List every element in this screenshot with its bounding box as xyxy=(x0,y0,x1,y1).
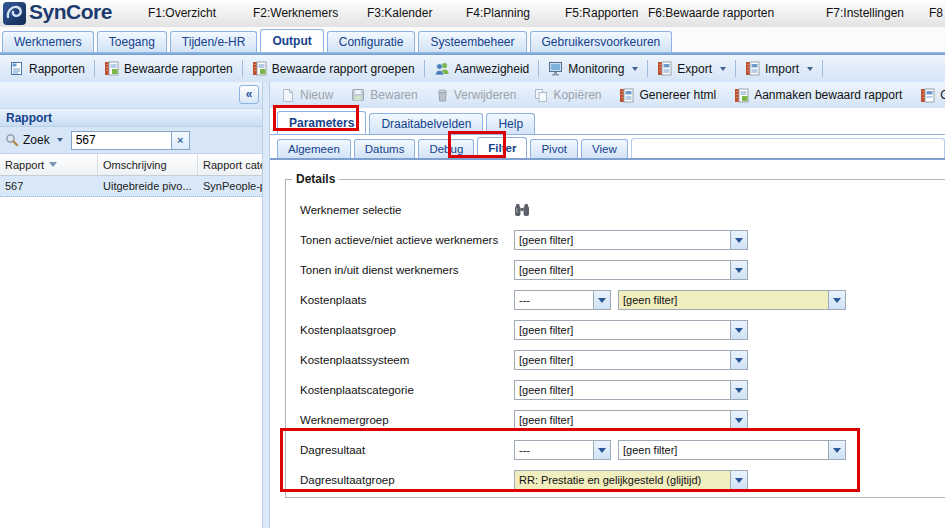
tab-tijden-e-hr[interactable]: Tijden/e-HR xyxy=(170,31,258,52)
tab-draaitabelvelden[interactable]: Draaitabelvelden xyxy=(369,113,483,134)
bewaarde-rapporten-button[interactable]: Bewaarde rapporten xyxy=(98,58,239,79)
menu-f3-kalender[interactable]: F3:Kalender xyxy=(367,6,432,20)
tab-view[interactable]: View xyxy=(581,139,628,158)
dropdown-value: [geen filter] xyxy=(515,234,730,246)
menu-f7-instellingen[interactable]: F7:Instellingen xyxy=(826,6,904,20)
cell-categorie: SynPeople-p... xyxy=(198,176,262,196)
clear-search-button[interactable]: × xyxy=(171,131,190,150)
monitoring-button[interactable]: Monitoring xyxy=(542,58,644,79)
tab-pivot[interactable]: Pivot xyxy=(530,139,578,158)
column-header-rapport[interactable]: Rapport xyxy=(0,154,98,175)
nieuw-button[interactable]: Nieuw xyxy=(275,85,339,106)
kostenplaats-filter-dropdown[interactable]: [geen filter] xyxy=(618,290,846,310)
menu-f8[interactable]: F8 xyxy=(929,6,943,20)
tab-gebruikersvoorkeuren[interactable]: Gebruikersvoorkeuren xyxy=(530,31,673,52)
dropdown-value: [geen filter] xyxy=(515,264,730,276)
form-row-tonen-actieve: Tonen actieve/niet actieve werknemers [g… xyxy=(286,225,945,255)
aanwezigheid-button[interactable]: Aanwezigheid xyxy=(428,58,536,79)
copy-icon xyxy=(534,88,548,103)
tab-parameters[interactable]: Parameters xyxy=(277,111,366,134)
genereer-html-button[interactable]: Genereer html xyxy=(613,85,722,106)
genereer-html-label: Genereer html xyxy=(639,88,716,102)
aanmaken-bewaard-rapport-label: Aanmaken bewaard rapport xyxy=(754,88,902,102)
form-row-kostenplaatscategorie: Kostenplaatscategorie [geen filter] xyxy=(286,375,945,405)
tab-strip-filler xyxy=(631,138,945,158)
form-row-werknemergroep: Werknemergroep [geen filter] xyxy=(286,405,945,435)
genereer-truncated-button[interactable]: Gene xyxy=(914,85,945,106)
rapporten-label: Rapporten xyxy=(29,62,85,76)
chevron-down-icon[interactable] xyxy=(730,381,747,399)
export-label: Export xyxy=(677,62,712,76)
menu-f4-planning[interactable]: F4:Planning xyxy=(466,6,530,20)
tab-systeembeheer[interactable]: Systeembeheer xyxy=(418,31,526,52)
chevron-down-icon[interactable] xyxy=(730,231,747,249)
kopieren-label: Kopiëren xyxy=(553,88,601,102)
toolbar-separator xyxy=(424,60,425,77)
column-label: Rapport xyxy=(5,159,44,171)
aanmaken-bewaard-rapport-button[interactable]: Aanmaken bewaard rapport xyxy=(728,85,908,106)
chevron-down-icon[interactable] xyxy=(730,321,747,339)
form-row-tonen-dienst: Tonen in/uit dienst werknemers [geen fil… xyxy=(286,255,945,285)
dropdown-value: [geen filter] xyxy=(515,354,730,366)
chevron-down-icon[interactable] xyxy=(593,441,610,459)
collapse-panel-button[interactable]: « xyxy=(239,85,259,104)
export-button[interactable]: Export xyxy=(651,58,732,79)
chevron-down-icon[interactable] xyxy=(730,261,747,279)
kostenplaats-operator-dropdown[interactable]: --- xyxy=(514,290,611,310)
chevron-down-icon[interactable] xyxy=(730,471,747,489)
top-menu-bar: SynCore F1:Overzicht F2:Werknemers F3:Ka… xyxy=(0,0,945,27)
field-label: Kostenplaats xyxy=(300,294,514,306)
binoculars-picker-icon[interactable] xyxy=(514,203,530,217)
chevron-down-icon[interactable] xyxy=(730,351,747,369)
tab-toegang[interactable]: Toegang xyxy=(97,31,167,52)
verwijderen-label: Verwijderen xyxy=(454,88,517,102)
kostenplaatsgroep-dropdown[interactable]: [geen filter] xyxy=(514,320,748,340)
chevron-down-icon[interactable] xyxy=(593,291,610,309)
tab-algemeen[interactable]: Algemeen xyxy=(277,139,351,158)
panel-splitter[interactable] xyxy=(262,82,270,528)
menu-f1-overzicht[interactable]: F1:Overzicht xyxy=(148,6,216,20)
table-row-selected[interactable]: 567 Uitgebreide pivo... SynPeople-p... xyxy=(0,176,262,197)
dagresultaatgroep-dropdown[interactable]: RR: Prestatie en gelijkgesteld (glijtijd… xyxy=(514,470,748,490)
parameter-tab-bar: Algemeen Datums Debug Filter Pivot View xyxy=(270,135,945,160)
chevron-down-icon[interactable] xyxy=(828,441,845,459)
kopieren-button[interactable]: Kopiëren xyxy=(528,85,607,106)
bewaren-button[interactable]: Bewaren xyxy=(345,85,423,106)
search-input[interactable] xyxy=(71,131,171,150)
rapporten-button[interactable]: Rapporten xyxy=(3,58,91,79)
kostenplaatscategorie-dropdown[interactable]: [geen filter] xyxy=(514,380,748,400)
menu-f6-bewaarde-rapporten[interactable]: F6:Bewaarde rapporten xyxy=(648,6,774,20)
field-label: Tonen actieve/niet actieve werknemers xyxy=(300,234,514,246)
tonen-actieve-dropdown[interactable]: [geen filter] xyxy=(514,230,748,250)
column-header-omschrijving[interactable]: Omschrijving xyxy=(98,154,198,175)
werknemergroep-dropdown[interactable]: [geen filter] xyxy=(514,410,748,430)
import-button[interactable]: Import xyxy=(739,58,819,79)
chevron-down-icon xyxy=(632,67,638,71)
dagresultaat-filter-dropdown[interactable]: [geen filter] xyxy=(618,440,846,460)
panel-title: Rapport xyxy=(0,108,262,127)
tab-debug[interactable]: Debug xyxy=(418,139,474,158)
tab-configuratie[interactable]: Configuratie xyxy=(327,31,416,52)
tab-output[interactable]: Output xyxy=(260,29,323,52)
bewaarde-rapport-groepen-button[interactable]: Bewaarde rapport groepen xyxy=(246,58,421,79)
import-notebook-icon xyxy=(745,61,760,76)
tonen-dienst-dropdown[interactable]: [geen filter] xyxy=(514,260,748,280)
menu-f5-rapporten[interactable]: F5:Rapporten xyxy=(565,6,638,20)
column-header-rapport-categorie[interactable]: Rapport cate xyxy=(198,154,262,175)
tab-datums[interactable]: Datums xyxy=(354,139,416,158)
search-bar: Zoek × xyxy=(0,127,262,154)
menu-f2-werknemers[interactable]: F2:Werknemers xyxy=(253,6,338,20)
dagresultaat-operator-dropdown[interactable]: --- xyxy=(514,440,611,460)
chevron-down-icon[interactable] xyxy=(828,291,845,309)
dropdown-value: RR: Prestatie en gelijkgesteld (glijtijd… xyxy=(515,474,730,486)
dropdown-value: --- xyxy=(515,294,593,306)
tab-help[interactable]: Help xyxy=(486,113,535,134)
search-options-chevron-icon[interactable] xyxy=(57,138,63,142)
tab-werknemers[interactable]: Werknemers xyxy=(2,31,94,52)
verwijderen-button[interactable]: Verwijderen xyxy=(430,85,523,106)
tab-filter[interactable]: Filter xyxy=(477,137,527,158)
form-row-dagresultaatgroep: Dagresultaatgroep RR: Prestatie en gelij… xyxy=(286,465,945,495)
saved-report-notebook-icon xyxy=(104,61,119,76)
chevron-down-icon[interactable] xyxy=(730,411,747,429)
kostenplaatssysteem-dropdown[interactable]: [geen filter] xyxy=(514,350,748,370)
